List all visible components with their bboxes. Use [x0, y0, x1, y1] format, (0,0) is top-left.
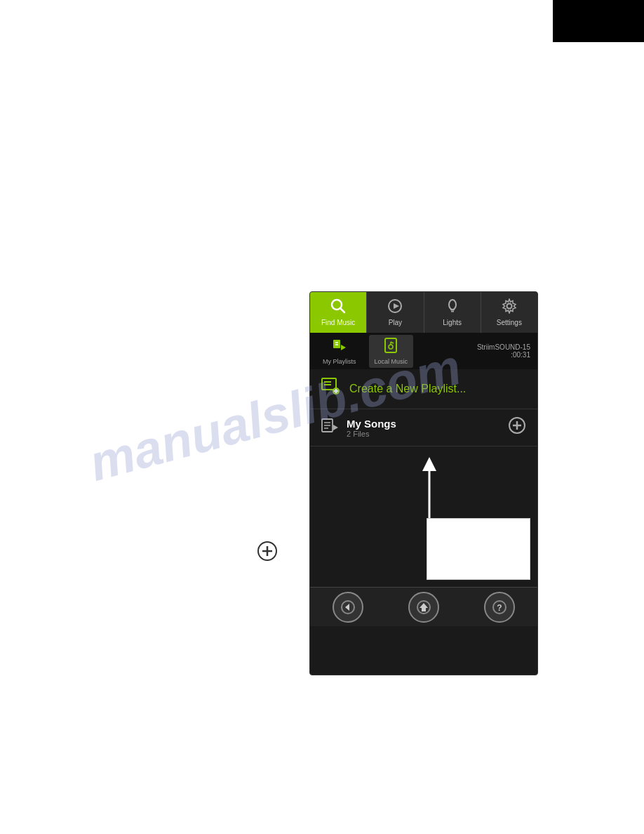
svg-rect-15: [385, 338, 396, 352]
device-time: :00:31: [477, 351, 530, 359]
create-playlist-text: Create a New Playlist...: [349, 383, 466, 395]
standalone-plus-icon: [257, 541, 277, 561]
svg-marker-6: [394, 303, 399, 309]
lights-icon: [445, 298, 460, 317]
my-playlists-icon: [332, 338, 347, 357]
tooltip-box: [427, 518, 530, 580]
local-music-icon: [383, 338, 398, 357]
sub-nav-my-playlists[interactable]: My Playlists: [317, 335, 362, 368]
create-playlist-row[interactable]: Create a New Playlist...: [310, 369, 537, 409]
playlist-title: My Songs: [347, 418, 508, 430]
my-playlists-label: My Playlists: [323, 358, 356, 365]
svg-text:?: ?: [497, 603, 502, 613]
content-area: Create a New Playlist... My Songs 2 File…: [310, 369, 537, 587]
sub-nav: My Playlists Local Music StriimSOUND-15 …: [310, 333, 537, 369]
svg-point-7: [449, 300, 456, 310]
lights-label: Lights: [443, 319, 462, 326]
svg-marker-29: [333, 425, 338, 430]
back-button[interactable]: [333, 592, 363, 623]
home-button[interactable]: [408, 592, 439, 623]
svg-rect-39: [422, 608, 426, 611]
annotation-area: [310, 446, 537, 587]
tab-find-music[interactable]: Find Music: [310, 292, 367, 333]
app-container: Find Music Play Lights: [309, 291, 538, 675]
playlist-subtitle: 2 Files: [347, 430, 508, 438]
nav-tabs: Find Music Play Lights: [310, 292, 537, 333]
svg-marker-38: [420, 603, 428, 608]
settings-icon: [502, 298, 517, 317]
svg-marker-14: [341, 345, 346, 350]
svg-point-16: [389, 345, 393, 349]
settings-label: Settings: [497, 319, 522, 326]
tab-play[interactable]: Play: [367, 292, 424, 333]
local-music-label: Local Music: [375, 358, 408, 365]
svg-marker-34: [422, 457, 436, 471]
bottom-nav: ?: [310, 587, 537, 626]
sub-nav-local-music[interactable]: Local Music: [369, 335, 414, 368]
play-label: Play: [389, 319, 402, 326]
svg-rect-11: [333, 340, 340, 348]
svg-marker-36: [345, 604, 349, 611]
device-name: StriimSOUND-15: [477, 343, 530, 351]
playlist-row-info: My Songs 2 Files: [347, 418, 508, 438]
playlist-row-icon: [321, 418, 338, 438]
svg-point-10: [507, 304, 511, 309]
corner-decoration-top-right: [553, 0, 644, 42]
help-button[interactable]: ?: [484, 592, 515, 623]
create-playlist-icon: [321, 378, 340, 400]
playlist-row-my-songs[interactable]: My Songs 2 Files: [310, 409, 537, 446]
add-to-playlist-icon[interactable]: [508, 416, 526, 439]
tab-lights[interactable]: Lights: [424, 292, 481, 333]
tab-settings[interactable]: Settings: [481, 292, 537, 333]
find-music-icon: [330, 298, 346, 317]
device-info: StriimSOUND-15 :00:31: [477, 343, 530, 359]
play-icon: [387, 298, 403, 317]
svg-line-4: [340, 308, 344, 312]
find-music-label: Find Music: [321, 319, 355, 326]
